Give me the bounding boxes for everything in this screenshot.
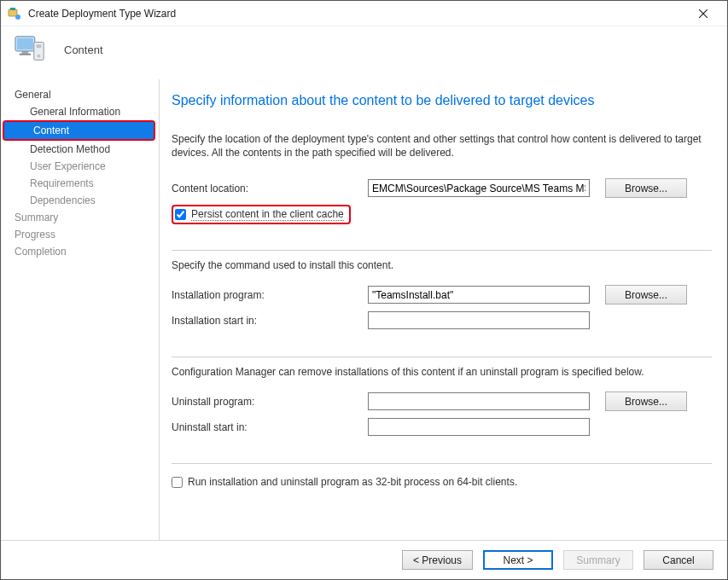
sidebar-item-dependencies[interactable]: Dependencies: [1, 192, 159, 209]
sidebar: General General Information Content Dete…: [1, 79, 159, 540]
install-program-label: Installation program:: [172, 289, 368, 301]
divider-1: [172, 250, 712, 251]
close-button[interactable]: [686, 2, 720, 26]
intro-text: Specify the location of the deployment t…: [172, 132, 712, 160]
browse-uninstall-button[interactable]: Browse...: [605, 392, 687, 411]
sidebar-active-highlight: Content: [3, 120, 155, 141]
svg-rect-0: [9, 9, 17, 16]
app-icon: [8, 7, 21, 20]
svg-rect-1: [10, 8, 15, 10]
footer: < Previous Next > Summary Cancel: [1, 540, 727, 579]
persist-highlight: Persist content in the client cache: [172, 205, 351, 224]
svg-rect-7: [22, 51, 29, 54]
install-program-input[interactable]: [368, 286, 590, 304]
svg-rect-6: [17, 38, 33, 49]
svg-point-11: [38, 55, 41, 58]
content-location-input[interactable]: [368, 179, 590, 197]
window-title: Create Deployment Type Wizard: [28, 8, 686, 20]
previous-button[interactable]: < Previous: [402, 550, 473, 570]
uninstall-startin-label: Uninstall start in:: [172, 421, 368, 433]
install-section-text: Specify the command used to install this…: [172, 259, 712, 271]
browse-install-button[interactable]: Browse...: [605, 285, 687, 304]
divider-2: [172, 357, 712, 357]
sidebar-item-general[interactable]: General: [1, 86, 159, 103]
content-location-label: Content location:: [172, 183, 368, 194]
sidebar-item-general-information[interactable]: General Information: [1, 103, 159, 120]
persist-label: Persist content in the client cache: [191, 208, 344, 221]
persist-checkbox[interactable]: [175, 209, 186, 220]
sidebar-item-detection-method[interactable]: Detection Method: [1, 141, 159, 158]
next-button[interactable]: Next >: [483, 550, 553, 570]
persist-row: Persist content in the client cache: [172, 205, 712, 224]
run32-label: Run installation and uninstall program a…: [188, 476, 517, 488]
sidebar-item-progress[interactable]: Progress: [1, 226, 159, 243]
content-panel: Specify information about the content to…: [159, 79, 727, 540]
run32-checkbox[interactable]: [172, 477, 183, 488]
install-startin-input[interactable]: [368, 311, 590, 329]
svg-rect-10: [37, 44, 42, 48]
wizard-window: Create Deployment Type Wizard Content Ge…: [0, 0, 728, 580]
divider-3: [172, 463, 712, 464]
header-strip: Content: [1, 26, 727, 79]
svg-point-2: [15, 14, 20, 20]
install-startin-label: Installation start in:: [172, 315, 368, 327]
uninstall-program-row: Uninstall program: Browse...: [172, 392, 712, 411]
uninstall-program-input[interactable]: [368, 392, 590, 410]
svg-rect-8: [20, 54, 31, 55]
page-heading: Specify information about the content to…: [172, 93, 712, 108]
uninstall-startin-row: Uninstall start in:: [172, 418, 712, 436]
content-location-row: Content location: Browse...: [172, 178, 712, 198]
install-program-row: Installation program: Browse...: [172, 285, 712, 304]
uninstall-startin-input[interactable]: [368, 418, 590, 436]
install-startin-row: Installation start in:: [172, 311, 712, 329]
wizard-body: General General Information Content Dete…: [1, 79, 727, 540]
sidebar-item-user-experience[interactable]: User Experience: [1, 158, 159, 175]
run32-row: Run installation and uninstall program a…: [172, 476, 712, 488]
titlebar: Create Deployment Type Wizard: [1, 1, 727, 26]
uninstall-program-label: Uninstall program:: [172, 396, 368, 408]
sidebar-item-completion[interactable]: Completion: [1, 243, 159, 260]
browse-content-button[interactable]: Browse...: [605, 178, 687, 198]
sidebar-item-requirements[interactable]: Requirements: [1, 175, 159, 192]
uninstall-section-text: Configuration Manager can remove install…: [172, 366, 712, 378]
cancel-button[interactable]: Cancel: [644, 550, 713, 570]
computer-icon: [15, 35, 47, 64]
page-label: Content: [64, 44, 103, 56]
sidebar-item-summary[interactable]: Summary: [1, 209, 159, 226]
summary-button: Summary: [563, 550, 633, 570]
sidebar-item-content[interactable]: Content: [4, 122, 154, 139]
